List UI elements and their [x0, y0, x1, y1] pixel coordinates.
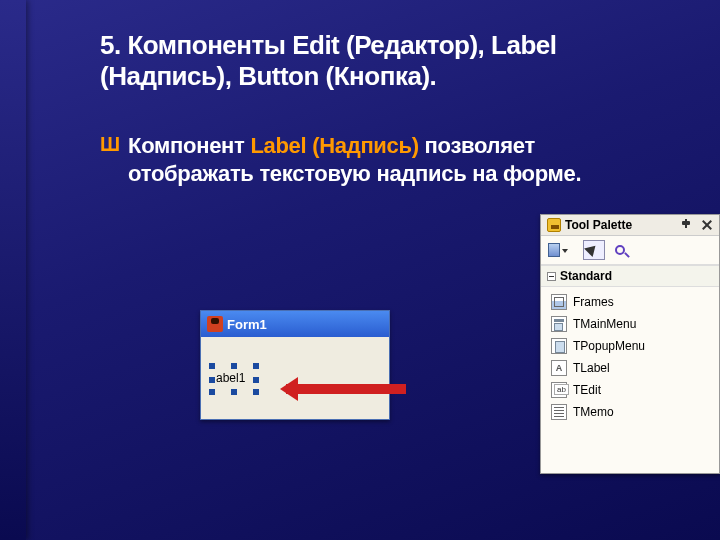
arrow-annotation [286, 384, 406, 394]
doc-icon [548, 243, 560, 257]
item-label: TMainMenu [573, 317, 636, 331]
mainmenu-icon [551, 316, 567, 332]
collapse-icon[interactable] [547, 272, 556, 281]
palette-item-frames[interactable]: Frames [541, 291, 719, 313]
tool-palette[interactable]: Tool Palette Standard Frames TMainMenu T… [540, 214, 720, 474]
body-pre: Компонент [128, 133, 250, 158]
palette-item-mainmenu[interactable]: TMainMenu [541, 313, 719, 335]
palette-item-popupmenu[interactable]: TPopupMenu [541, 335, 719, 357]
bullet-icon: Ш [100, 132, 120, 156]
tedit-icon [551, 382, 567, 398]
item-label: TLabel [573, 361, 610, 375]
slide: 5. Компоненты Edit (Редактор), Label (На… [0, 0, 720, 187]
palette-item-tlabel[interactable]: A TLabel [541, 357, 719, 379]
tmemo-icon [551, 404, 567, 420]
palette-toolbar [541, 236, 719, 265]
pin-icon[interactable] [681, 219, 693, 231]
palette-section-header[interactable]: Standard [541, 265, 719, 287]
resize-handle[interactable] [231, 389, 237, 395]
palette-item-tmemo[interactable]: TMemo [541, 401, 719, 423]
body-highlight: Label (Надпись) [250, 133, 418, 158]
cursor-icon [584, 237, 604, 257]
section-label: Standard [560, 269, 612, 283]
tlabel-icon: A [551, 360, 567, 376]
palette-item-tedit[interactable]: TEdit [541, 379, 719, 401]
body-text: Компонент Label (Надпись) позволяет отоб… [128, 132, 660, 187]
filter-tool[interactable] [609, 240, 631, 260]
resize-handle[interactable] [209, 377, 215, 383]
filter-icon [615, 245, 625, 255]
chevron-down-icon [562, 249, 568, 256]
pointer-tool[interactable] [583, 240, 605, 260]
palette-header[interactable]: Tool Palette [541, 215, 719, 236]
resize-handle[interactable] [209, 389, 215, 395]
frames-icon [551, 294, 567, 310]
close-icon[interactable] [701, 219, 713, 231]
popupmenu-icon [551, 338, 567, 354]
palette-icon [547, 218, 561, 232]
palette-list: Frames TMainMenu TPopupMenu A TLabel TEd… [541, 287, 719, 427]
palette-title: Tool Palette [565, 218, 677, 232]
item-label: TEdit [573, 383, 601, 397]
form-window[interactable]: Form1 abel1 [200, 310, 390, 420]
item-label: Frames [573, 295, 614, 309]
resize-handle[interactable] [253, 363, 259, 369]
resize-handle[interactable] [253, 389, 259, 395]
resize-handle[interactable] [253, 377, 259, 383]
slide-title: 5. Компоненты Edit (Редактор), Label (На… [100, 30, 660, 92]
label-component[interactable]: abel1 [215, 371, 246, 385]
resize-handle[interactable] [209, 363, 215, 369]
item-label: TMemo [573, 405, 614, 419]
category-dropdown[interactable] [547, 240, 569, 260]
body-row: Ш Компонент Label (Надпись) позволяет от… [100, 132, 660, 187]
item-label: TPopupMenu [573, 339, 645, 353]
form-app-icon [207, 316, 223, 332]
resize-handle[interactable] [231, 363, 237, 369]
form-titlebar[interactable]: Form1 [201, 311, 389, 337]
form-title-text: Form1 [227, 317, 267, 332]
